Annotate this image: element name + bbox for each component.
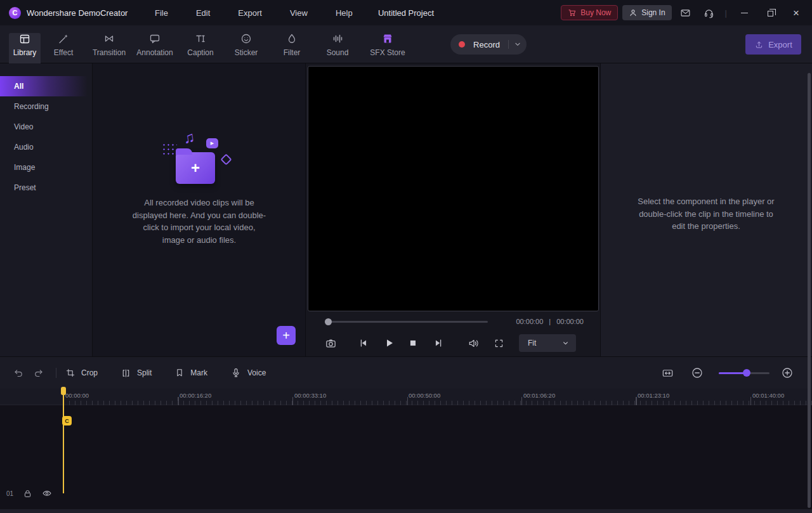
tab-sound[interactable]: Sound bbox=[315, 25, 360, 63]
category-all[interactable]: All bbox=[0, 76, 88, 96]
tab-annotation[interactable]: Annotation bbox=[132, 25, 178, 63]
record-dot-icon bbox=[459, 41, 465, 48]
timeline-tracks[interactable]: 01 bbox=[0, 405, 812, 513]
app-window: C Wondershare DemoCreator File Edit Expo… bbox=[0, 0, 812, 513]
player-panel: 00:00:00 | 00:00:00 bbox=[305, 63, 601, 356]
category-image[interactable]: Image bbox=[0, 157, 92, 178]
mail-icon bbox=[680, 8, 691, 18]
timeline-toolbar: Crop Split Mark Voice bbox=[0, 357, 812, 389]
timeline-zoom-slider[interactable] bbox=[719, 372, 769, 374]
category-video[interactable]: Video bbox=[0, 117, 92, 137]
tab-effect-label: Effect bbox=[54, 48, 73, 57]
transition-icon bbox=[103, 32, 115, 45]
previous-frame-button[interactable] bbox=[354, 334, 373, 353]
person-icon bbox=[629, 8, 638, 17]
split-button[interactable]: Split bbox=[121, 368, 152, 379]
mark-button[interactable]: Mark bbox=[174, 368, 207, 378]
zoom-in-button[interactable] bbox=[779, 365, 796, 381]
tab-sound-label: Sound bbox=[327, 48, 349, 57]
horizontal-scrollbar[interactable] bbox=[0, 509, 812, 513]
menu-view[interactable]: View bbox=[276, 8, 322, 18]
camera-icon bbox=[325, 337, 337, 349]
seek-handle[interactable] bbox=[325, 318, 332, 325]
import-media-button[interactable]: + bbox=[277, 326, 296, 345]
minimize-icon bbox=[741, 13, 748, 13]
empty-message-line: All recorded video clips will be bbox=[93, 197, 306, 209]
menu-export[interactable]: Export bbox=[224, 8, 276, 18]
tab-effect[interactable]: Effect bbox=[41, 25, 86, 63]
zoom-slider-handle[interactable] bbox=[743, 369, 750, 377]
toolbar: Library Effect Transition Annotation Cap… bbox=[0, 25, 812, 63]
tab-sticker[interactable]: Sticker bbox=[223, 25, 269, 63]
effect-wand-icon bbox=[57, 32, 70, 45]
minimize-button[interactable] bbox=[733, 3, 755, 22]
record-label: Record bbox=[465, 40, 508, 49]
tab-filter[interactable]: Filter bbox=[269, 25, 315, 63]
tab-library[interactable]: Library bbox=[9, 25, 41, 63]
playhead-handle[interactable] bbox=[61, 387, 66, 395]
timeline-tools: Crop Split Mark Voice bbox=[10, 357, 289, 389]
track-lock-button[interactable] bbox=[22, 488, 33, 499]
playhead-line bbox=[63, 389, 64, 493]
filter-icon bbox=[285, 32, 298, 45]
music-note-icon: ♫ bbox=[182, 128, 196, 147]
buy-now-button[interactable]: Buy Now bbox=[561, 5, 618, 20]
close-icon: × bbox=[793, 8, 799, 18]
menu-file[interactable]: File bbox=[141, 8, 182, 18]
tab-caption[interactable]: Caption bbox=[178, 25, 223, 63]
crop-button[interactable]: Crop bbox=[65, 368, 98, 378]
app-name: Wondershare DemoCreator bbox=[27, 8, 128, 18]
zoom-fit-dropdown[interactable]: Fit bbox=[519, 334, 576, 352]
vertical-scrollbar[interactable] bbox=[808, 73, 811, 508]
record-button[interactable]: Record bbox=[450, 34, 527, 55]
track-visibility-button[interactable] bbox=[41, 488, 53, 499]
track-header: 01 bbox=[6, 488, 53, 498]
export-button[interactable]: Export bbox=[745, 34, 801, 55]
voice-button[interactable]: Voice bbox=[230, 367, 266, 379]
sign-in-button[interactable]: Sign In bbox=[622, 5, 671, 20]
zoom-out-button[interactable] bbox=[689, 365, 705, 381]
volume-button[interactable] bbox=[464, 334, 483, 353]
menu-edit[interactable]: Edit bbox=[182, 8, 224, 18]
chevron-down-icon bbox=[561, 339, 570, 347]
fit-timeline-button[interactable] bbox=[659, 365, 676, 381]
properties-panel: Select the component in the player or do… bbox=[601, 63, 812, 356]
messages-button[interactable] bbox=[676, 3, 695, 22]
timeline-ruler[interactable]: 00:00:00 00:00:16:20 00:00:33:10 00:00:5… bbox=[0, 389, 812, 405]
snapshot-button[interactable] bbox=[321, 334, 340, 353]
menu-help[interactable]: Help bbox=[322, 8, 367, 18]
next-frame-button[interactable] bbox=[429, 334, 448, 353]
record-dropdown-toggle[interactable] bbox=[509, 40, 527, 49]
play-button[interactable] bbox=[379, 334, 398, 353]
empty-message-line: image or audio files. bbox=[93, 234, 306, 247]
redo-button[interactable] bbox=[30, 365, 47, 381]
tab-transition[interactable]: Transition bbox=[86, 25, 132, 63]
library-icon bbox=[18, 32, 31, 45]
titlebar-actions: Buy Now Sign In | × bbox=[561, 0, 807, 25]
zoom-out-icon bbox=[691, 367, 703, 379]
category-audio[interactable]: Audio bbox=[0, 137, 92, 157]
undo-button[interactable] bbox=[10, 365, 27, 381]
total-time: 00:00:00 bbox=[556, 318, 584, 325]
stop-button[interactable] bbox=[403, 334, 422, 353]
tab-caption-label: Caption bbox=[187, 48, 213, 57]
fullscreen-button[interactable] bbox=[489, 334, 508, 353]
zoom-fit-value: Fit bbox=[528, 339, 536, 347]
tab-sfx-store[interactable]: SFX Store bbox=[360, 25, 415, 63]
seek-bar[interactable] bbox=[325, 321, 488, 323]
category-preset[interactable]: Preset bbox=[0, 178, 92, 198]
annotation-icon bbox=[148, 32, 161, 45]
tools-divider bbox=[56, 368, 56, 378]
mark-label: Mark bbox=[190, 368, 207, 377]
properties-line: edit the properties. bbox=[617, 220, 795, 233]
maximize-icon bbox=[768, 11, 773, 16]
maximize-button[interactable] bbox=[759, 3, 781, 22]
close-button[interactable]: × bbox=[785, 3, 807, 22]
import-folder-icon: + bbox=[176, 152, 215, 184]
support-button[interactable] bbox=[700, 3, 719, 22]
timeline-section: Crop Split Mark Voice bbox=[0, 356, 812, 513]
buy-now-label: Buy Now bbox=[580, 8, 611, 17]
caption-icon bbox=[194, 32, 207, 45]
category-recording[interactable]: Recording bbox=[0, 96, 92, 117]
timeline-marker-badge[interactable]: C bbox=[62, 416, 72, 425]
